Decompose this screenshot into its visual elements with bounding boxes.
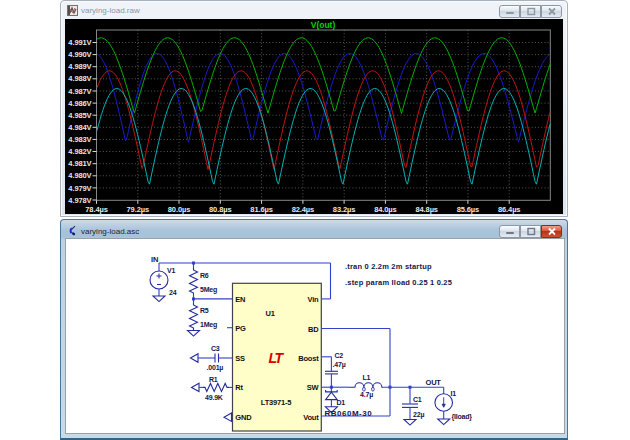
- svg-text:4.984V: 4.984V: [68, 123, 91, 132]
- svg-text:80.0µs: 80.0µs: [168, 205, 191, 214]
- svg-text:LT3971-5: LT3971-5: [261, 398, 291, 407]
- svg-text:24: 24: [169, 289, 177, 296]
- svg-text:GND: GND: [235, 413, 252, 422]
- svg-text:C3: C3: [211, 345, 220, 352]
- svg-text:4.988V: 4.988V: [68, 74, 91, 83]
- svg-text:OUT: OUT: [426, 378, 442, 387]
- svg-text:IN: IN: [151, 255, 158, 264]
- svg-text:79.2µs: 79.2µs: [127, 205, 150, 214]
- svg-text:4.987V: 4.987V: [68, 87, 91, 96]
- svg-text:83.2µs: 83.2µs: [333, 205, 356, 214]
- svg-text:49.9K: 49.9K: [205, 394, 223, 401]
- svg-text:4.979V: 4.979V: [68, 184, 91, 193]
- svg-text:EN: EN: [235, 295, 245, 304]
- svg-text:SS: SS: [235, 354, 245, 363]
- svg-text:78.4µs: 78.4µs: [85, 205, 108, 214]
- svg-text:82.4µs: 82.4µs: [292, 205, 315, 214]
- svg-text:.step param Iload 0.25 1 0.25: .step param Iload 0.25 1 0.25: [345, 278, 452, 287]
- svg-text:R5: R5: [200, 307, 209, 314]
- svg-text:84.0µs: 84.0µs: [374, 205, 397, 214]
- svg-text:4.989V: 4.989V: [68, 62, 91, 71]
- svg-text:1Meg: 1Meg: [200, 321, 217, 329]
- svg-text:4.983V: 4.983V: [68, 135, 91, 144]
- svg-text:85.6µs: 85.6µs: [457, 205, 480, 214]
- svg-text:.001µ: .001µ: [207, 364, 224, 372]
- svg-text:U1: U1: [266, 309, 275, 318]
- svg-text:4.978V: 4.978V: [68, 196, 91, 205]
- svg-text:4.986V: 4.986V: [68, 99, 91, 108]
- svg-text:R6: R6: [200, 272, 209, 279]
- svg-text:4.990V: 4.990V: [68, 50, 91, 59]
- svg-text:R1: R1: [209, 376, 218, 383]
- svg-text:5Meg: 5Meg: [200, 286, 217, 294]
- svg-text:C2: C2: [335, 352, 344, 359]
- svg-text:BD: BD: [308, 325, 319, 334]
- svg-text:84.8µs: 84.8µs: [415, 205, 438, 214]
- svg-text:V(out): V(out): [311, 20, 336, 30]
- svg-text:4.7µ: 4.7µ: [360, 391, 373, 399]
- svg-text:86.4µs: 86.4µs: [498, 205, 521, 214]
- svg-text:RB060M-30: RB060M-30: [325, 409, 373, 418]
- svg-text:81.6µs: 81.6µs: [250, 205, 273, 214]
- svg-text:4.985V: 4.985V: [68, 111, 91, 120]
- svg-text:4.981V: 4.981V: [68, 159, 91, 168]
- svg-text:4.980V: 4.980V: [68, 171, 91, 180]
- svg-text:80.8µs: 80.8µs: [209, 205, 232, 214]
- svg-text:SW: SW: [307, 383, 320, 392]
- svg-text:Vin: Vin: [308, 295, 320, 304]
- svg-text:L1: L1: [363, 374, 371, 381]
- svg-text:22µ: 22µ: [413, 411, 424, 419]
- svg-text:D1: D1: [337, 399, 346, 406]
- svg-text:Boost: Boost: [298, 354, 319, 363]
- svg-text:V1: V1: [167, 267, 175, 274]
- svg-text:Vout: Vout: [303, 413, 319, 422]
- svg-text:Rt: Rt: [235, 383, 243, 392]
- svg-text:PG: PG: [235, 324, 246, 333]
- svg-text:4.982V: 4.982V: [68, 147, 91, 156]
- svg-text:4.991V: 4.991V: [68, 38, 91, 47]
- svg-text:.47µ: .47µ: [333, 361, 346, 369]
- svg-text:{Iload}: {Iload}: [452, 413, 473, 421]
- svg-text:I1: I1: [451, 390, 457, 397]
- svg-text:.tran 0 2.2m 2m startup: .tran 0 2.2m 2m startup: [345, 262, 432, 271]
- svg-text:C1: C1: [413, 396, 422, 403]
